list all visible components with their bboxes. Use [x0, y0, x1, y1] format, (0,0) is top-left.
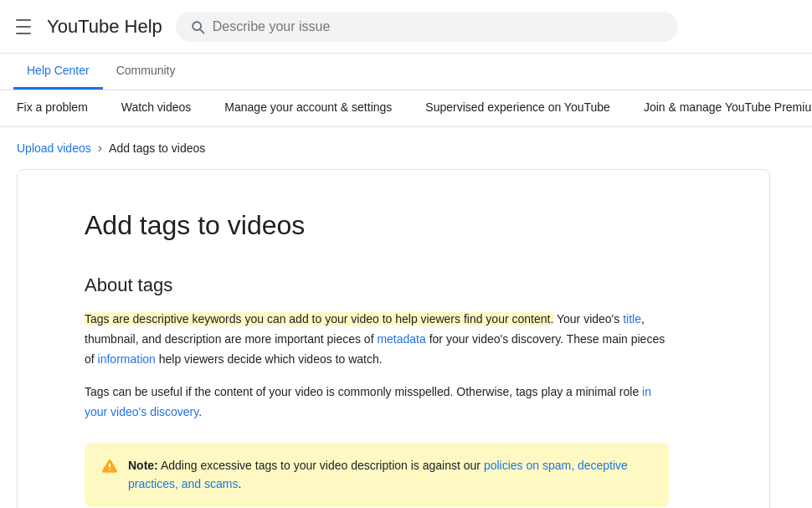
menu-icon[interactable]	[13, 17, 33, 37]
highlighted-text: Tags are descriptive keywords you can ad…	[85, 312, 553, 326]
link-title[interactable]: title	[623, 312, 641, 326]
paragraph-2: Tags can be useful if the content of you…	[85, 382, 669, 423]
warning-text-after: .	[239, 477, 242, 490]
article-title: Add tags to videos	[85, 210, 669, 241]
subnav-join-manage[interactable]: Join & manage YouTube Premiu…	[627, 90, 812, 126]
tab-community[interactable]: Community	[103, 54, 189, 90]
content-card: Add tags to videos About tags Tags are d…	[17, 169, 770, 508]
subnav-manage-account[interactable]: Manage your account & settings	[208, 90, 409, 126]
svg-point-1	[109, 469, 110, 470]
breadcrumb-current: Add tags to videos	[109, 141, 205, 155]
warning-note-label: Note:	[128, 459, 158, 472]
warning-box: Note: Adding excessive tags to your vide…	[85, 443, 669, 507]
breadcrumb: Upload videos › Add tags to videos	[0, 127, 812, 169]
subnav-fix-a-problem[interactable]: Fix a problem	[0, 90, 105, 126]
search-bar	[176, 12, 678, 42]
paragraph-1: Tags are descriptive keywords you can ad…	[85, 310, 669, 369]
search-input[interactable]	[213, 19, 665, 34]
header: YouTube Help	[0, 0, 812, 54]
nav-tabs: Help Center Community	[0, 54, 812, 90]
tab-help-center[interactable]: Help Center	[13, 54, 103, 90]
section-heading: About tags	[85, 275, 669, 296]
sub-nav: Fix a problem Watch videos Manage your a…	[0, 90, 812, 127]
site-title: YouTube Help	[47, 16, 162, 38]
subnav-supervised-experience[interactable]: Supervised experience on YouTube	[409, 90, 627, 126]
link-metadata[interactable]: metadata	[377, 332, 425, 346]
warning-icon	[101, 458, 118, 475]
search-icon	[189, 18, 206, 35]
warning-text: Note: Adding excessive tags to your vide…	[128, 456, 652, 494]
breadcrumb-separator: ›	[98, 141, 102, 156]
link-information[interactable]: information	[98, 352, 156, 366]
breadcrumb-parent-link[interactable]: Upload videos	[17, 141, 91, 155]
warning-body-text: Adding excessive tags to your video desc…	[158, 459, 484, 472]
link-discovery[interactable]: in your video's discovery	[85, 385, 651, 418]
subnav-watch-videos[interactable]: Watch videos	[105, 90, 208, 126]
content-wrapper: Add tags to videos About tags Tags are d…	[0, 169, 812, 508]
